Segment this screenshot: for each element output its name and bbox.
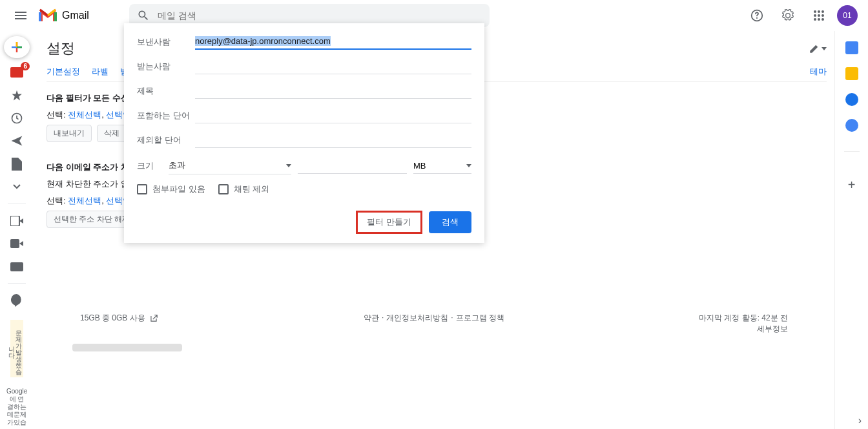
apps-icon <box>813 10 825 21</box>
divider <box>844 151 860 152</box>
chat-icon <box>11 294 23 307</box>
video-solid-icon <box>10 239 23 248</box>
keyboard-icon <box>10 262 23 271</box>
storage-text: 15GB 중 0GB 사용 <box>80 313 145 324</box>
external-link-icon[interactable] <box>149 314 158 323</box>
header-right: 01 <box>744 3 863 28</box>
help-icon <box>750 9 763 22</box>
to-input[interactable] <box>195 59 471 74</box>
svg-rect-14 <box>10 262 23 271</box>
starred-nav[interactable] <box>6 87 27 104</box>
gmail-icon <box>39 8 57 23</box>
main-menu-button[interactable] <box>5 0 36 31</box>
caret-icon <box>822 47 827 50</box>
caret-icon <box>286 164 291 167</box>
create-filter-button[interactable]: 필터 만들기 <box>356 211 422 234</box>
inbox-badge: 6 <box>21 62 30 70</box>
from-input[interactable] <box>195 34 471 50</box>
apps-button[interactable] <box>806 3 832 28</box>
subject-label: 제목 <box>137 85 195 97</box>
meet-join-nav[interactable] <box>6 235 27 252</box>
from-label: 보낸사람 <box>137 36 195 48</box>
search-filter-dropdown: 보낸사람 받는사람 제목 포함하는 단어 제외할 단어 크기 초과 MB 첨부파… <box>124 23 484 243</box>
pencil-icon <box>809 43 820 54</box>
svg-point-2 <box>818 10 820 13</box>
hasword-label: 포함하는 단어 <box>137 110 195 121</box>
sent-icon <box>10 134 23 147</box>
export-button[interactable]: 내보내기 <box>46 125 92 142</box>
subject-input[interactable] <box>195 83 471 99</box>
select-label: 선택: <box>46 196 66 205</box>
sent-nav[interactable] <box>6 132 27 150</box>
chevron-down-icon <box>13 184 21 189</box>
meet-new-nav[interactable] <box>6 212 27 229</box>
account-avatar[interactable]: 01 <box>837 5 858 26</box>
exclude-chat-checkbox[interactable]: 채팅 제외 <box>218 183 270 195</box>
noword-label: 제외할 단어 <box>137 134 195 146</box>
hasword-input[interactable] <box>195 108 471 123</box>
file-icon <box>12 158 22 171</box>
contacts-app-icon[interactable] <box>845 119 858 132</box>
snoozed-nav[interactable] <box>6 109 27 127</box>
calendar-app-icon[interactable] <box>845 41 858 54</box>
details-link[interactable]: 세부정보 <box>699 324 788 335</box>
search-icon <box>137 9 150 22</box>
gear-icon <box>781 9 794 22</box>
select-all-link[interactable]: 전체선택 <box>68 196 101 205</box>
right-rail: + › <box>834 31 868 429</box>
hangouts-nav[interactable] <box>6 291 27 309</box>
checkbox-icon <box>218 184 229 194</box>
policy-link[interactable]: 프로그램 정책 <box>456 313 504 324</box>
checkbox-icon <box>137 184 147 194</box>
video-icon <box>10 216 23 226</box>
svg-point-6 <box>822 14 824 17</box>
svg-rect-13 <box>10 239 19 248</box>
tab-label[interactable]: 라벨 <box>92 66 108 78</box>
size-label: 크기 <box>137 160 169 172</box>
keep-app-icon[interactable] <box>845 67 858 80</box>
tasks-app-icon[interactable] <box>845 93 858 106</box>
svg-point-3 <box>822 10 824 13</box>
tab-theme[interactable]: 테마 <box>810 66 827 78</box>
divider <box>8 283 26 284</box>
gmail-text: Gmail <box>62 10 89 21</box>
left-rail: 6 문제가발생했습니다 Google에 연결하는데문제가있습 <box>0 31 34 429</box>
svg-point-4 <box>814 14 816 17</box>
noword-input[interactable] <box>195 132 471 148</box>
expand-nav[interactable] <box>6 178 27 196</box>
compose-button[interactable] <box>4 36 30 58</box>
collapse-rail-button[interactable]: › <box>858 415 862 426</box>
size-unit-select[interactable]: MB <box>413 158 471 174</box>
keyboard-nav[interactable] <box>6 258 27 275</box>
to-label: 받는사람 <box>137 61 195 72</box>
support-button[interactable] <box>744 3 770 28</box>
select-all-link[interactable]: 전체선택 <box>68 110 101 120</box>
search-button[interactable]: 검색 <box>429 211 471 233</box>
google-connect-text: Google에 연결하는데문제가있습 <box>4 385 30 429</box>
settings-button[interactable] <box>775 3 801 28</box>
privacy-link[interactable]: 개인정보처리방침 <box>386 313 448 324</box>
scrollbar[interactable] <box>72 344 182 351</box>
gmail-logo[interactable]: Gmail <box>39 8 89 23</box>
inbox-nav[interactable]: 6 <box>6 63 27 81</box>
divider <box>8 204 26 204</box>
drafts-nav[interactable] <box>6 155 27 173</box>
svg-point-9 <box>822 18 824 21</box>
tab-basic[interactable]: 기본설정 <box>46 66 80 78</box>
footer: 15GB 중 0GB 사용 약관 · 개인정보처리방침 · 프로그램 정책 마지… <box>67 308 801 340</box>
unblock-button[interactable]: 선택한 주소 차단 해제 <box>46 211 137 228</box>
svg-rect-12 <box>10 216 19 226</box>
delete-button[interactable]: 삭제 <box>97 125 127 142</box>
plus-icon <box>9 39 25 55</box>
has-attachment-checkbox[interactable]: 첨부파일 있음 <box>137 183 205 195</box>
page-title: 설정 <box>46 39 75 58</box>
size-type-select[interactable]: 초과 <box>169 157 291 174</box>
terms-link[interactable]: 약관 <box>364 313 379 324</box>
activity-text: 마지막 계정 활동: 42분 전 <box>699 313 788 324</box>
search-input[interactable] <box>158 10 482 21</box>
add-app-button[interactable]: + <box>848 178 856 193</box>
size-value-input[interactable] <box>298 158 407 174</box>
star-icon <box>10 89 23 102</box>
edit-button[interactable] <box>809 43 827 54</box>
svg-point-8 <box>818 18 820 21</box>
